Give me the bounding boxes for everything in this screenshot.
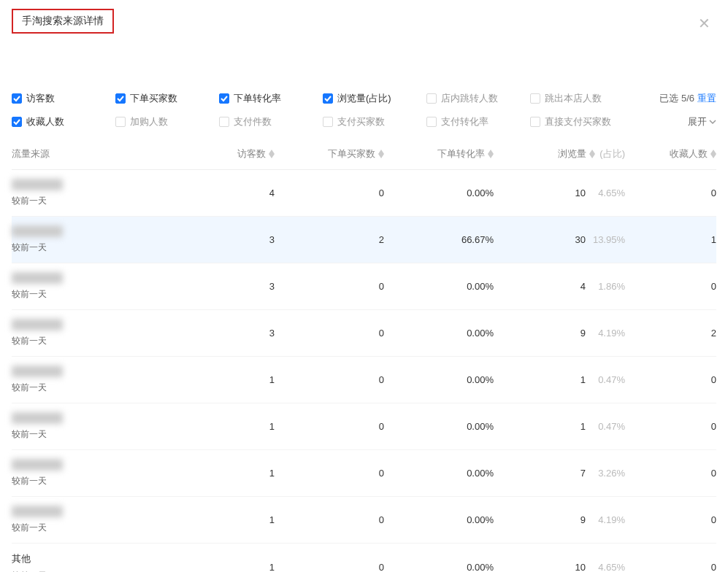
filter-controls: 已选 5/6 重置: [659, 92, 716, 105]
views-ratio: 4.19%: [591, 328, 625, 339]
checkbox-icon[interactable]: [115, 93, 126, 104]
sort-icon[interactable]: [269, 150, 275, 158]
table-row: 较前一天100.00%94.19%0: [12, 497, 716, 544]
cell-views: 10.47%: [494, 412, 625, 441]
modal-title: 手淘搜索来源详情: [12, 9, 114, 34]
filter-checkbox[interactable]: 跳出本店人数: [530, 92, 634, 105]
filter-checkbox[interactable]: 店内跳转人数: [426, 92, 530, 105]
table-row: 较前一天300.00%94.19%2: [12, 310, 716, 357]
compare-label: 较前一天: [12, 382, 63, 394]
cell-views: 73.26%: [494, 459, 625, 487]
cell-rate: 66.67%: [384, 225, 494, 254]
checkbox-icon[interactable]: [530, 93, 540, 104]
filter-label: 下单买家数: [130, 92, 177, 105]
checkbox-icon[interactable]: [323, 117, 333, 127]
col-rate[interactable]: 下单转化率: [384, 147, 494, 161]
cell-collect: 1: [625, 225, 716, 254]
checkbox-icon[interactable]: [323, 93, 333, 104]
sort-icon[interactable]: [488, 150, 494, 158]
table-row: 较前一天100.00%10.47%0: [12, 357, 716, 403]
checkbox-icon[interactable]: [530, 117, 540, 127]
cell-visitors: 1: [158, 552, 275, 572]
cell-rate: 0.00%: [384, 366, 494, 394]
sort-icon[interactable]: [710, 150, 716, 158]
source-name-blurred: [12, 179, 63, 190]
cell-views: 3013.95%: [494, 225, 625, 254]
filter-checkbox[interactable]: 收藏人数: [12, 115, 115, 128]
cell-source: 较前一天: [12, 319, 158, 347]
cell-buyers: 0: [275, 412, 384, 441]
selected-count: 已选 5/6: [659, 92, 694, 105]
views-ratio: 1.86%: [591, 281, 625, 292]
cell-visitors: 1: [158, 506, 275, 534]
checkbox-icon[interactable]: [219, 117, 229, 127]
filter-checkbox[interactable]: 支付件数: [219, 115, 323, 128]
expand-control[interactable]: 展开: [688, 115, 716, 128]
views-ratio: 0.47%: [591, 421, 625, 432]
source-name-blurred: [12, 506, 63, 517]
cell-collect: 0: [625, 366, 716, 394]
cell-collect: 0: [625, 506, 716, 534]
filter-checkbox[interactable]: 直接支付买家数: [530, 115, 634, 128]
filter-checkbox[interactable]: 支付买家数: [323, 115, 426, 128]
cell-source: 较前一天: [12, 412, 158, 441]
cell-buyers: 0: [275, 552, 384, 572]
source-name-blurred: [12, 225, 63, 237]
cell-views: 104.65%: [494, 179, 625, 207]
table-row: 较前一天3266.67%3013.95%1: [12, 217, 716, 263]
table-row: 较前一天400.00%104.65%0: [12, 170, 716, 217]
filter-label: 支付转化率: [441, 115, 488, 128]
cell-visitors: 3: [158, 225, 275, 254]
modal-panel: 手淘搜索来源详情 ✕ 访客数下单买家数下单转化率浏览量(占比)店内跳转人数跳出本…: [0, 0, 728, 572]
table-row: 较前一天100.00%73.26%0: [12, 450, 716, 497]
close-icon[interactable]: ✕: [698, 15, 710, 32]
cell-source: 较前一天: [12, 225, 158, 254]
col-visitors[interactable]: 访客数: [158, 147, 275, 161]
col-collect[interactable]: 收藏人数: [625, 147, 716, 161]
views-ratio: 0.47%: [591, 374, 625, 385]
checkbox-icon[interactable]: [12, 117, 22, 127]
compare-label: 较前一天: [12, 335, 63, 347]
filter-checkbox[interactable]: 访客数: [12, 92, 115, 105]
cell-collect: 0: [625, 412, 716, 441]
cell-views: 94.19%: [494, 506, 625, 534]
cell-views: 41.86%: [494, 272, 625, 301]
cell-views: 94.19%: [494, 319, 625, 347]
sort-icon[interactable]: [589, 150, 595, 158]
col-views[interactable]: 浏览量(占比): [494, 147, 625, 161]
source-name: 其他: [12, 552, 47, 565]
expand-toggle[interactable]: 展开: [688, 115, 716, 128]
table-header: 流量来源 访客数 下单买家数 下单转化率 浏览量(占比) 收藏人数: [12, 139, 716, 170]
cell-visitors: 1: [158, 412, 275, 441]
cell-rate: 0.00%: [384, 272, 494, 301]
reset-link[interactable]: 重置: [697, 92, 716, 105]
compare-label: 较前一天: [12, 475, 63, 487]
filter-label: 支付件数: [234, 115, 272, 128]
filter-checkbox[interactable]: 支付转化率: [426, 115, 530, 128]
cell-buyers: 0: [275, 459, 384, 487]
col-buyers[interactable]: 下单买家数: [275, 147, 384, 161]
filter-checkbox[interactable]: 下单买家数: [115, 92, 219, 105]
sort-icon[interactable]: [378, 150, 384, 158]
filter-label: 店内跳转人数: [441, 92, 498, 105]
checkbox-icon[interactable]: [115, 117, 126, 127]
cell-rate: 0.00%: [384, 506, 494, 534]
views-ratio: 4.19%: [591, 514, 625, 525]
checkbox-icon[interactable]: [426, 93, 437, 104]
filter-checkbox[interactable]: 下单转化率: [219, 92, 323, 105]
views-ratio: 13.95%: [591, 234, 625, 245]
cell-visitors: 1: [158, 459, 275, 487]
cell-rate: 0.00%: [384, 552, 494, 572]
cell-visitors: 4: [158, 179, 275, 207]
checkbox-icon[interactable]: [12, 93, 22, 104]
cell-views: 104.65%: [494, 552, 625, 572]
filter-checkbox[interactable]: 浏览量(占比): [323, 92, 426, 105]
cell-collect: 0: [625, 272, 716, 301]
filter-checkbox[interactable]: 加购人数: [115, 115, 219, 128]
checkbox-icon[interactable]: [219, 93, 229, 104]
checkbox-icon[interactable]: [426, 117, 437, 127]
filter-row-1: 访客数下单买家数下单转化率浏览量(占比)店内跳转人数跳出本店人数 已选 5/6 …: [12, 92, 716, 105]
cell-buyers: 2: [275, 225, 384, 254]
cell-visitors: 3: [158, 272, 275, 301]
cell-collect: 0: [625, 459, 716, 487]
